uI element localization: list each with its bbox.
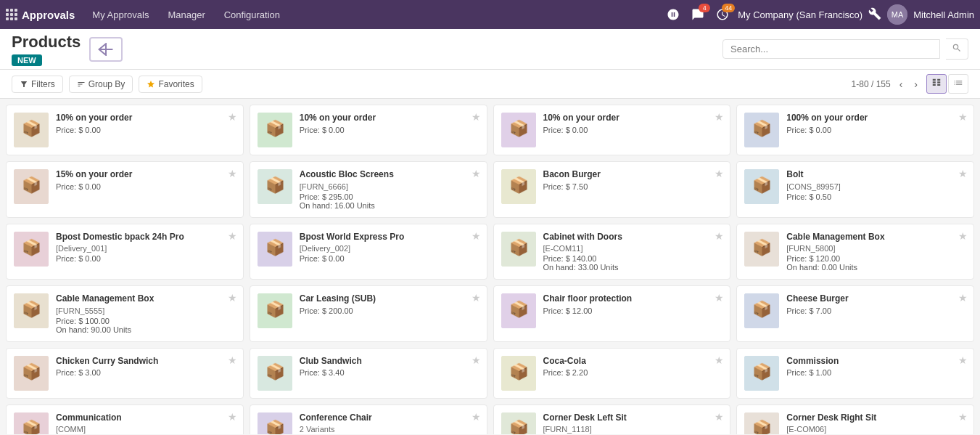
favorite-star-button[interactable]: ★ [958,411,968,423]
favorite-star-button[interactable]: ★ [228,168,237,179]
product-info: Commission Price: $ 1.00 [786,356,966,378]
product-card[interactable]: 📦 Cable Management Box [FURN_5555] Price… [6,285,244,342]
product-card[interactable]: 📦 Communication [COMM] ★ [6,404,244,434]
favorite-star-button[interactable]: ★ [472,111,481,123]
product-name: Corner Desk Left Sit [543,412,723,424]
favorite-star-button[interactable]: ★ [958,354,968,366]
kanban-view-button[interactable] [926,74,947,94]
favorite-star-button[interactable]: ★ [228,111,237,123]
product-card[interactable]: 📦 Chair floor protection Price: $ 12.00 … [493,285,731,342]
product-card[interactable]: 📦 Corner Desk Left Sit [FURN_1118] ★ [493,404,731,434]
favorite-star-button[interactable]: ★ [228,230,237,242]
favorite-star-button[interactable]: ★ [715,168,724,179]
product-card[interactable]: 📦 10% on your order Price: $ 0.00 ★ [250,105,487,155]
product-card[interactable]: 📦 Club Sandwich Price: $ 3.40 ★ [250,348,487,399]
list-view-button[interactable] [948,74,968,94]
product-image: 📦 [501,232,536,267]
prev-page-button[interactable]: ‹ [897,77,906,92]
favorite-star-button[interactable]: ★ [228,354,237,366]
user-name[interactable]: Mitchell Admin [913,9,974,20]
product-name: Bolt [786,169,966,181]
favorite-star-button[interactable]: ★ [958,111,968,123]
product-onhand: On hand: 33.00 Units [543,263,723,272]
app-grid-icon[interactable] [6,9,17,20]
favorite-star-button[interactable]: ★ [715,292,724,304]
product-card[interactable]: 📦 Bolt [CONS_89957] Price: $ 0.50 ★ [736,161,974,218]
product-card[interactable]: 📦 Cabinet with Doors [E-COM11] Price: $ … [493,224,731,280]
product-card[interactable]: 📦 10% on your order Price: $ 0.00 ★ [493,105,731,155]
product-card[interactable]: 📦 Chicken Curry Sandwich Price: $ 3.00 ★ [6,348,244,399]
favorite-star-button[interactable]: ★ [228,411,237,423]
back-button[interactable] [89,37,123,62]
control-bar: Filters Group By Favorites 1-80 / 155 ‹ … [0,70,980,99]
product-card[interactable]: 📦 Cheese Burger Price: $ 7.00 ★ [736,285,974,342]
favorite-star-button[interactable]: ★ [715,354,724,366]
svg-text:📦: 📦 [752,362,772,381]
favorite-star-button[interactable]: ★ [715,111,724,123]
favorite-star-button[interactable]: ★ [715,411,724,423]
product-info: Chair floor protection Price: $ 12.00 [543,293,723,315]
favorite-star-button[interactable]: ★ [472,230,481,242]
product-card[interactable]: 📦 10% on your order Price: $ 0.00 ★ [6,105,244,155]
product-card[interactable]: 📦 Cable Management Box [FURN_5800] Price… [736,224,974,280]
product-card[interactable]: 📦 Bacon Burger Price: $ 7.50 ★ [493,161,731,218]
product-name: Communication [56,412,236,424]
nav-manager[interactable]: Manager [159,0,213,29]
navbar-right: 4 44 My Company (San Francisco) MA Mitch… [664,4,974,25]
clock-icon[interactable]: 44 [713,5,732,24]
favorite-star-button[interactable]: ★ [958,230,968,242]
product-info: 10% on your order Price: $ 0.00 [543,113,723,134]
product-card[interactable]: 📦 15% on your order Price: $ 0.00 ★ [6,161,244,218]
product-onhand: On hand: 0.00 Units [786,263,966,272]
search-button[interactable] [946,38,968,60]
product-card[interactable]: 📦 Car Leasing (SUB) Price: $ 200.00 ★ [250,285,487,342]
product-name: 100% on your order [786,113,966,124]
new-badge[interactable]: NEW [12,54,42,66]
filters-button[interactable]: Filters [12,76,63,93]
product-card[interactable]: 📦 Acoustic Bloc Screens [FURN_6666] Pric… [250,161,487,218]
activity-icon[interactable] [664,5,683,24]
nav-my-approvals[interactable]: My Approvals [83,0,157,29]
product-price: Price: $ 140.00 [543,254,723,263]
product-image: 📦 [501,356,536,391]
svg-text:📦: 📦 [22,362,41,381]
svg-text:📦: 📦 [508,118,528,138]
favorite-star-button[interactable]: ★ [472,354,481,366]
product-card[interactable]: 📦 Bpost Domestic bpack 24h Pro [Delivery… [6,224,244,280]
product-ref: [Delivery_001] [56,244,236,253]
favorite-star-button[interactable]: ★ [472,292,481,304]
product-info: Acoustic Bloc Screens [FURN_6666] Price:… [300,169,479,210]
search-input[interactable] [722,39,940,59]
favorite-star-button[interactable]: ★ [472,168,481,179]
company-name: My Company (San Francisco) [738,9,862,20]
product-card[interactable]: 📦 Coca-Cola Price: $ 2.20 ★ [493,348,731,399]
group-by-button[interactable]: Group By [69,76,133,93]
favorite-star-button[interactable]: ★ [715,230,724,242]
tools-icon[interactable] [868,7,881,23]
svg-text:📦: 📦 [752,175,772,195]
svg-text:📦: 📦 [22,299,41,319]
product-card[interactable]: 📦 Corner Desk Right Sit [E-COM06] ★ [736,404,974,434]
product-card[interactable]: 📦 100% on your order Price: $ 0.00 ★ [736,105,974,155]
product-image: 📦 [744,169,779,204]
product-info: Coca-Cola Price: $ 2.20 [543,356,723,378]
product-card[interactable]: 📦 Conference Chair 2 Variants ★ [250,404,487,434]
favorites-button[interactable]: Favorites [139,76,202,93]
product-image: 📦 [258,412,292,434]
nav-configuration[interactable]: Configuration [215,0,289,29]
brand[interactable]: Approvals [6,9,75,21]
product-price: Price: $ 100.00 [56,317,236,325]
favorite-star-button[interactable]: ★ [958,292,968,304]
product-name: Cabinet with Doors [543,232,723,243]
svg-text:📦: 📦 [265,237,284,256]
product-card[interactable]: 📦 Commission Price: $ 1.00 ★ [736,348,974,399]
favorite-star-button[interactable]: ★ [228,292,237,304]
next-page-button[interactable]: › [911,77,921,92]
favorite-star-button[interactable]: ★ [958,168,968,179]
product-card[interactable]: 📦 Bpost World Express Pro [Delivery_002]… [250,224,487,280]
favorite-star-button[interactable]: ★ [472,411,481,423]
chat-icon[interactable]: 4 [688,5,707,24]
svg-text:📦: 📦 [22,118,41,138]
product-ref: [FURN_5555] [56,306,236,315]
product-image: 📦 [501,113,536,147]
